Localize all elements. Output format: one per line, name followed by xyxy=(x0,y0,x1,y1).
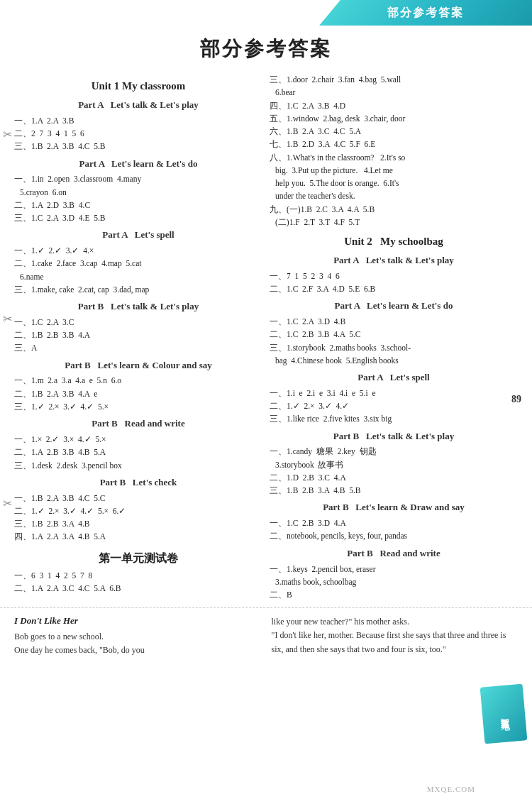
answer-line: 5.crayon 6.on xyxy=(14,187,262,199)
answer-line: 二、1.A 2.B 3.B 4.B 5.A xyxy=(14,446,262,458)
section-title-3: Part A Let's spell xyxy=(14,228,262,243)
answer-line: 3.maths book, schoolbag xyxy=(270,576,518,588)
answer-line: 四、1.A 2.A 3.A 4.B 5.A xyxy=(14,531,262,543)
section-title-2: Part A Let's learn & Let's do xyxy=(14,157,262,172)
header-title: 部分参考答案 xyxy=(387,6,464,21)
story-text-left: Bob goes to a new school.One day he come… xyxy=(14,630,261,657)
answer-line: 一、1.C 2.B 3.D 4.A xyxy=(270,517,518,529)
answer-line: 一、6 3 1 4 2 5 7 8 xyxy=(14,570,262,582)
answer-line: 一、1.× 2.✓ 3.× 4.✓ 5.× xyxy=(14,434,262,446)
answer-line: 一、1.✓ 2.✓ 3.✓ 4.× xyxy=(14,245,262,257)
answer-line: 一、1.keys 2.pencil box, eraser xyxy=(270,563,518,575)
answer-line: 三、1.desk 2.desk 3.pencil box xyxy=(14,460,262,472)
section-title-r5: Part B Let's learn & Draw and say xyxy=(270,500,518,515)
section-title-r1: Part A Let's talk & Let's play xyxy=(270,253,518,268)
answer-line: 八、1.What's in the classroom? 2.It's so xyxy=(270,152,518,164)
page-container: 部分参考答案 部分参考答案 Unit 1 My classroom Part A… xyxy=(0,0,532,799)
answer-line: 3.storybook 故事书 xyxy=(270,459,518,471)
answer-line: 二、2 7 3 4 1 5 6 xyxy=(14,128,262,140)
answer-line: help you. 5.The door is orange. 6.It's xyxy=(270,177,518,189)
section-title-r3: Part A Let's spell xyxy=(270,370,518,385)
scissors-decoration: ✂ xyxy=(3,128,12,141)
answer-line: 一、1.C 2.A 3.C xyxy=(14,316,262,329)
answer-line: 一、7 1 5 2 3 4 6 xyxy=(270,270,518,282)
answer-line: bag 4.Chinese book 5.English books xyxy=(270,355,518,367)
answer-line: under the teacher's desk. xyxy=(270,190,518,202)
answer-line: 一、1.B 2.A 3.B 4.C 5.C xyxy=(14,492,262,505)
answer-line: 二、1.B 2.A 3.B 4.A e xyxy=(14,388,262,400)
answer-line: 三、1.storybook 2.maths books 3.school- xyxy=(270,342,518,354)
story-text-right: like your new teacher?" his mother asks.… xyxy=(272,615,519,656)
chinese-unit-title: 第一单元测试卷 xyxy=(14,549,262,568)
answer-line: 二、1.cake 2.face 3.cap 4.map 5.cat xyxy=(14,258,262,270)
answer-line: 一、1.C 2.A 3.D 4.B xyxy=(270,316,518,328)
answer-line: 6.name xyxy=(14,271,262,283)
header-bar: 部分参考答案 xyxy=(319,0,532,26)
answer-line: big. 3.Put up the picture. 4.Let me xyxy=(270,165,518,177)
answer-line: 三、1.✓ 2.× 3.✓ 4.✓ 5.× xyxy=(14,401,262,413)
bottom-left: I Don't Like Her Bob goes to a new schoo… xyxy=(14,615,261,657)
answer-line: 六、1.B 2.A 3.C 4.C 5.A xyxy=(270,126,518,138)
answer-line: 一、1.candy 糖果 2.key 钥匙 xyxy=(270,446,518,458)
answer-line: 二、1.C 2.F 3.A 4.D 5.E 6.B xyxy=(270,283,518,295)
answer-line: 二、1.A 2.A 3.C 4.C 5.A 6.B xyxy=(14,583,262,595)
answer-line: 九、(一)1.B 2.C 3.A 4.A 5.B xyxy=(270,204,518,216)
answer-line: 二、B xyxy=(270,589,518,601)
section-title-r6: Part B Read and write xyxy=(270,546,518,561)
answer-line: (二)1.F 2.T 3.T 4.F 5.T xyxy=(270,216,518,228)
answer-line: 一、1.in 2.open 3.classroom 4.many xyxy=(14,173,262,185)
answer-line: 三、1.C 2.A 3.D 4.E 5.B xyxy=(14,212,262,224)
answer-line: 二、1.✓ 2.× 3.✓ 4.✓ 5.× 6.✓ xyxy=(14,505,262,517)
answer-line: 一、1.i e 2.i e 3.i 4.i e 5.i e xyxy=(270,387,518,400)
content-wrapper: Unit 1 My classroom Part A Let's talk & … xyxy=(0,73,532,602)
answer-line: 三、1.door 2.chair 3.fan 4.bag 5.wall xyxy=(270,74,518,86)
section-title-4: Part B Let's talk & Let's play xyxy=(14,299,262,314)
section-title-r2: Part A Let's learn & Let's do xyxy=(270,299,518,314)
answer-line: 一、1.m 2.a 3.a 4.a e 5.n 6.o xyxy=(14,375,262,387)
right-column: 三、1.door 2.chair 3.fan 4.bag 5.wall 6.be… xyxy=(270,73,518,602)
scissors-decoration-3: ✂ xyxy=(3,497,12,510)
story-title: I Don't Like Her xyxy=(14,615,261,627)
answer-line: 三、1.B 2.B 3.A 4.B 5.B xyxy=(270,485,518,497)
bottom-section: I Don't Like Her Bob goes to a new schoo… xyxy=(0,607,532,661)
answer-line: 四、1.C 2.A 3.B 4.D xyxy=(270,100,518,112)
answer-line: 二、1.C 2.B 3.B 4.A 5.C xyxy=(270,329,518,341)
answer-line: 二、notebook, pencils, keys, four, pandas xyxy=(270,530,518,542)
left-column: Unit 1 My classroom Part A Let's talk & … xyxy=(14,73,262,602)
section-title-5: Part B Let's learn & Colour and say xyxy=(14,358,262,373)
answer-line: 三、A xyxy=(14,342,262,354)
zq-badge: 智趣天地 xyxy=(480,684,528,744)
answer-line: 三、1.make, cake 2.cat, cap 3.dad, map xyxy=(14,284,262,296)
section-title-1: Part A Let's talk & Let's play xyxy=(14,98,262,113)
answer-line: 三、1.B 2.B 3.A 4.B xyxy=(14,518,262,530)
answer-line: 三、1.like rice 2.five kites 3.six big xyxy=(270,413,518,425)
scissors-decoration-2: ✂ xyxy=(3,312,12,326)
answer-line: 二、1.✓ 2.× 3.✓ 4.✓ xyxy=(270,400,518,412)
unit1-title: Unit 1 My classroom xyxy=(14,77,262,94)
answer-line: 五、1.window 2.bag, desk 3.chair, door xyxy=(270,113,518,125)
bottom-right: like your new teacher?" his mother asks.… xyxy=(272,615,519,657)
section-title-r4: Part B Let's talk & Let's play xyxy=(270,429,518,444)
zq-text: 智趣天地 xyxy=(497,710,510,717)
answer-line: 二、1.D 2.B 3.C 4.A xyxy=(270,472,518,484)
answer-line: 七、1.B 2.D 3.A 4.C 5.F 6.E xyxy=(270,138,518,150)
answer-line: 二、1.A 2.D 3.B 4.C xyxy=(14,199,262,211)
watermark: MXQE.COM xyxy=(427,785,475,793)
answer-line: 三、1.B 2.A 3.B 4.C 5.B xyxy=(14,140,262,153)
page-number: 89 xyxy=(511,394,521,405)
answer-line: 二、1.B 2.B 3.B 4.A xyxy=(14,329,262,341)
answer-line: 一、1.A 2.A 3.B xyxy=(14,115,262,127)
answer-line: 6.bear xyxy=(270,87,518,99)
section-title-7: Part B Let's check xyxy=(14,475,262,490)
unit2-title: Unit 2 My schoolbag xyxy=(270,233,518,250)
section-title-6: Part B Read and write xyxy=(14,417,262,431)
